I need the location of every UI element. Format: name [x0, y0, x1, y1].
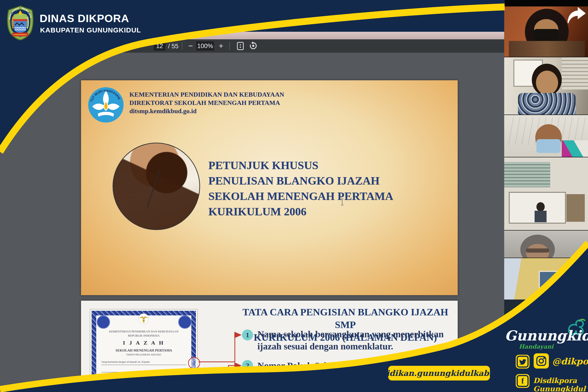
- bottom-frame-swoosh: [0, 0, 588, 392]
- social-handle: @dikpora_gk: [552, 356, 588, 366]
- facebook-name: Disdikpora Gunungkidul: [533, 376, 588, 392]
- meeting-frame: 12 / 55 − 100% +: [0, 0, 588, 392]
- instagram-icon: [534, 353, 549, 368]
- org-region: KABUPATEN GUNUNGKIDUL: [40, 26, 141, 34]
- org-name: DINAS DIKPORA: [40, 12, 129, 24]
- footer-tagline: Handayani: [519, 343, 553, 350]
- gunungkidul-crest-logo: DHAKSINARGA BHUMIKARTA GUNUNGKIDUL: [4, 5, 36, 41]
- share-icon[interactable]: [565, 6, 586, 26]
- website-url: pendidikan.gunungkidulkab.go.id: [365, 368, 513, 378]
- facebook-icon: f: [516, 374, 529, 388]
- twitter-icon: [516, 355, 529, 368]
- website-banner: pendidikan.gunungkidulkab.go.id: [388, 366, 490, 380]
- footer-brand: Gunungkidul: [505, 328, 581, 344]
- crest-ribbon-label: GUNUNGKIDUL: [13, 34, 27, 36]
